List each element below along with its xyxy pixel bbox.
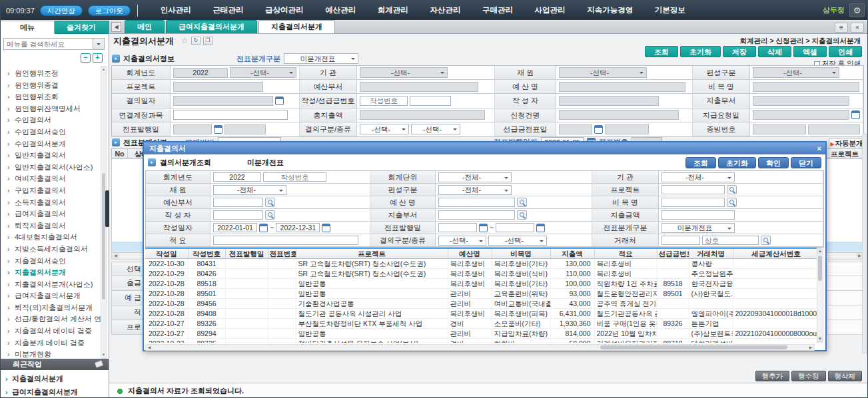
scroll-left-icon[interactable]: ◀: [112, 253, 119, 259]
writer-input[interactable]: [559, 96, 659, 106]
refresh-icon[interactable]: ↻: [191, 37, 201, 45]
m-org-select[interactable]: -전체-: [661, 172, 735, 182]
top-nav-item[interactable]: 회계관리: [374, 5, 412, 15]
dialog-table-vscrollbar[interactable]: ▲ ▼: [817, 248, 823, 343]
m-vendor-code-input[interactable]: [661, 236, 700, 245]
scroll-up-icon[interactable]: ▲: [101, 67, 106, 73]
search-icon[interactable]: [727, 185, 737, 194]
menu-tree-item[interactable]: 선급/통합결의서 계산서 연: [1, 313, 101, 325]
scroll-up-icon[interactable]: ▲: [817, 248, 823, 254]
toolbar-button[interactable]: 조회: [645, 46, 678, 57]
table-header-cell[interactable]: 프로젝트: [296, 248, 448, 259]
menu-tree-item[interactable]: 지출결의서분개(사업소): [1, 279, 101, 291]
m-write-date-to[interactable]: [276, 223, 320, 232]
calendar-icon[interactable]: [322, 224, 330, 232]
recent-work-item[interactable]: 지출결의서분개: [1, 372, 109, 385]
top-nav-item[interactable]: 자산관리: [426, 5, 464, 15]
fiscal-year-select[interactable]: -선택-: [230, 67, 296, 78]
m-decision-type-select1[interactable]: -선택-: [438, 236, 486, 246]
item-name-input[interactable]: [753, 82, 859, 92]
m-spend-dept-input[interactable]: [438, 210, 515, 220]
document-tab[interactable]: 지출결의서분개: [258, 20, 335, 33]
scrollbar-thumb[interactable]: [818, 256, 822, 281]
m-journal-type-select[interactable]: 미분개전표: [661, 223, 735, 233]
table-row[interactable]: 2022-10-2889501일반공통관리비교육훈련비(위탁)93,000철도운…: [145, 289, 819, 299]
popout-icon[interactable]: ❐: [203, 37, 213, 45]
calendar-icon[interactable]: [214, 125, 222, 134]
m-issue-date-to[interactable]: [496, 223, 534, 232]
menu-search-input[interactable]: [4, 39, 93, 49]
fiscal-year-input[interactable]: [173, 68, 228, 78]
calendar-icon[interactable]: [275, 97, 284, 105]
m-compile-select[interactable]: -전체-: [438, 185, 512, 195]
calendar-icon[interactable]: [536, 224, 545, 232]
collapse-all-button[interactable]: −: [81, 53, 91, 63]
dialog-button[interactable]: 조회: [685, 157, 716, 168]
search-icon[interactable]: [727, 198, 737, 207]
table-header-cell[interactable]: 전표발행일: [225, 248, 268, 259]
calendar-icon[interactable]: [259, 224, 268, 232]
calendar-icon[interactable]: [851, 110, 860, 119]
top-nav-item[interactable]: 지속가능경영: [583, 5, 637, 15]
menu-tree-item[interactable]: 여비지출결의서: [1, 173, 101, 185]
m-write-no-input[interactable]: [263, 172, 326, 182]
menu-tree-item[interactable]: 원인행위조회: [1, 91, 101, 103]
evidence-no-input1[interactable]: [753, 124, 806, 134]
search-dropdown-icon[interactable]: [93, 39, 104, 49]
table-header-cell[interactable]: 적요: [594, 248, 657, 259]
menu-tree-item[interactable]: 원인행위조정: [1, 68, 101, 80]
scroll-right-icon[interactable]: ▶: [807, 345, 814, 350]
fund-select[interactable]: -선택-: [559, 67, 647, 78]
expand-all-button[interactable]: +: [93, 53, 103, 63]
table-row[interactable]: 2022-10-2889518일반공통복리후생비복리후생비(기타)100,000…: [145, 279, 819, 289]
m-fund-select[interactable]: -전체-: [213, 185, 286, 195]
menu-tree-item[interactable]: 원인행위잔액명세서: [1, 103, 101, 115]
scroll-down-icon[interactable]: ▼: [817, 336, 823, 342]
table-header-cell[interactable]: 거래처명: [689, 248, 733, 259]
tab-list-icon[interactable]: ≡: [835, 23, 848, 33]
compile-select[interactable]: -선택-: [753, 67, 839, 78]
slip-issue-date-input[interactable]: [173, 124, 212, 134]
top-nav-item[interactable]: 근태관리: [209, 5, 247, 15]
menu-tree-item[interactable]: 급여지출결의서: [1, 208, 101, 220]
scroll-left-icon[interactable]: ◀: [146, 345, 153, 350]
menu-tree-item[interactable]: 미분개현황: [1, 349, 101, 359]
m-budget-dept-input[interactable]: [213, 198, 263, 207]
username[interactable]: 삼두정: [823, 5, 845, 15]
m-acct-unit-select[interactable]: -전체-: [438, 172, 512, 182]
menu-tree-item[interactable]: 수입결의서: [1, 114, 101, 126]
m-write-date-from[interactable]: [213, 223, 257, 232]
slip-issue-extra-input[interactable]: [224, 124, 266, 134]
journal-type-select[interactable]: 미분개전표: [284, 53, 358, 64]
document-tab[interactable]: 메인: [125, 20, 165, 33]
table-header-cell[interactable]: 비목명: [492, 248, 550, 259]
org-select[interactable]: -선택-: [360, 67, 448, 78]
top-nav-item[interactable]: 예산관리: [321, 5, 360, 15]
extend-session-button[interactable]: 시간연장: [40, 5, 83, 16]
dialog-button[interactable]: 닫기: [791, 157, 821, 168]
spend-dept-input[interactable]: [753, 96, 849, 106]
menu-tree-item[interactable]: 지출결의서승인: [1, 256, 101, 268]
advance-slip-extra-input[interactable]: [605, 124, 649, 134]
m-spend-amount-input[interactable]: [661, 210, 735, 220]
calendar-icon[interactable]: [594, 125, 603, 134]
budget-name-input[interactable]: [559, 82, 685, 92]
top-nav-item[interactable]: 구매관리: [478, 5, 517, 15]
search-icon[interactable]: [517, 198, 527, 207]
evidence-no-input2[interactable]: [808, 124, 860, 134]
document-tab[interactable]: 급여지출결의서분개: [166, 20, 257, 33]
toolbar-button[interactable]: 초기화: [680, 46, 721, 57]
gear-icon[interactable]: ⚙: [849, 3, 865, 17]
m-budget-name-input[interactable]: [438, 198, 515, 207]
m-summary-input[interactable]: [213, 236, 358, 245]
menu-tree-item[interactable]: 원인행위종결: [1, 80, 101, 92]
menu-tree-item[interactable]: 구입지출결의서: [1, 185, 101, 197]
advance-no-input[interactable]: [410, 96, 451, 106]
table-row[interactable]: 2022-10-2789326부산철도차량정비단 KTX 부품세척 사업경비소모…: [145, 319, 819, 329]
menu-tree-item[interactable]: 일반지출결의서: [1, 150, 101, 162]
favorite-star-icon[interactable]: ☆: [181, 36, 189, 45]
grid-col-no[interactable]: No: [112, 149, 128, 159]
menu-tree-item[interactable]: 수입결의서승인: [1, 126, 101, 138]
search-icon[interactable]: [517, 210, 527, 220]
write-no-input[interactable]: [360, 96, 408, 106]
